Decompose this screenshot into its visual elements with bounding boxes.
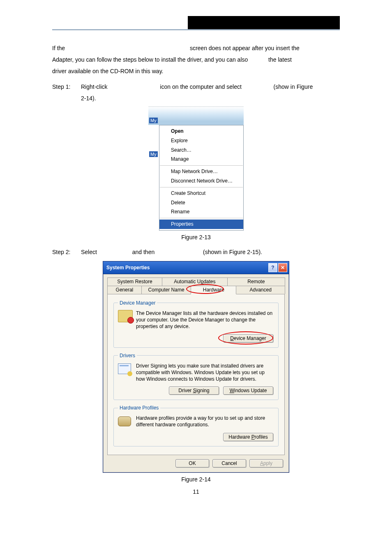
text: 2-14). [81, 95, 96, 102]
tab-automatic-updates[interactable]: Automatic Updates [162, 278, 228, 286]
drivers-group: Drivers Driver Signing lets you make sur… [113, 353, 279, 400]
hardware-profiles-legend: Hardware Profiles [118, 405, 160, 411]
context-menu: Open Explore Search… Manage Map Network … [159, 125, 244, 231]
tab-hardware-label: Hardware [203, 287, 224, 293]
menu-item-explore[interactable]: Explore [159, 136, 243, 146]
text: Right-click [81, 83, 108, 90]
device-manager-text: The Device Manager lists all the hardwar… [136, 310, 273, 330]
text: Select [81, 249, 97, 255]
header-black-box [188, 16, 340, 29]
tab-advanced[interactable]: Advanced [236, 286, 285, 294]
tab-general[interactable]: General [107, 286, 142, 294]
menu-item-delete[interactable]: Delete [159, 198, 243, 208]
device-manager-button[interactable]: Device Manager [223, 334, 273, 342]
dialog-title: System Properties [106, 265, 150, 271]
step-2-text: Select and then (shown in Figure 2-15). [81, 246, 340, 258]
text: Adapter, you can follow the steps below … [52, 56, 248, 63]
device-manager-group: Device Manager The Device Manager lists … [113, 300, 279, 348]
step-2-label: Step 2: [52, 246, 81, 258]
drivers-icon [118, 363, 132, 377]
menu-item-search[interactable]: Search… [159, 146, 243, 155]
tab-system-restore[interactable]: System Restore [107, 278, 162, 286]
menu-item-map-drive[interactable]: Map Network Drive… [159, 167, 243, 176]
text: the latest [268, 56, 292, 63]
device-manager-legend: Device Manager [118, 300, 157, 306]
menu-item-open[interactable]: Open [159, 127, 243, 136]
text: (shown in Figure 2-15). [203, 249, 262, 255]
menu-item-properties[interactable]: Properties [159, 220, 243, 229]
device-manager-icon [118, 310, 132, 324]
step-1-text: Right-click icon on the computer and sel… [81, 81, 340, 104]
driver-signing-button[interactable]: Driver Signing [169, 386, 219, 395]
help-button[interactable]: ? [268, 263, 277, 272]
drivers-legend: Drivers [118, 353, 137, 358]
my-computer-label-1: My [149, 118, 158, 123]
page-number: 11 [52, 488, 340, 495]
text: driver available on the CD-ROM in this w… [52, 68, 164, 74]
text: If the [52, 45, 65, 51]
drivers-text: Driver Signing lets you make sure that i… [136, 363, 273, 383]
menu-item-manage[interactable]: Manage [159, 155, 243, 164]
windows-update-button[interactable]: Windows Update [223, 386, 273, 395]
apply-button[interactable]: Apply [249, 459, 283, 467]
tab-computer-name[interactable]: Computer Name [141, 286, 191, 294]
text: (show in Figure [274, 83, 313, 90]
text: screen does not appear after you insert … [190, 45, 300, 51]
page-header [52, 16, 340, 30]
tab-remote[interactable]: Remote [227, 278, 285, 286]
hardware-profiles-icon [118, 415, 132, 429]
dialog-titlebar: System Properties ? ✕ [103, 261, 289, 274]
hardware-profiles-text: Hardware profiles provide a way for you … [136, 415, 273, 429]
figure-2-14-caption: Figure 2-14 [52, 476, 340, 483]
cancel-button[interactable]: Cancel [212, 459, 246, 467]
system-properties-dialog: System Properties ? ✕ System Restore Aut… [103, 261, 289, 473]
my-computer-label-2: My [149, 151, 158, 157]
figure-2-13-caption: Figure 2-13 [52, 234, 340, 240]
menu-item-create-shortcut[interactable]: Create Shortcut [159, 189, 243, 198]
tab-hardware[interactable]: Hardware [191, 286, 236, 294]
desktop-background [148, 106, 244, 125]
menu-item-disconnect-drive[interactable]: Disconnect Network Drive… [159, 176, 243, 186]
text: icon on the computer and select [160, 83, 241, 90]
hardware-profiles-button[interactable]: Hardware Profiles [223, 433, 273, 441]
hardware-profiles-group: Hardware Profiles Hardware profiles prov… [113, 405, 279, 446]
text: and then [132, 249, 155, 255]
close-button[interactable]: ✕ [278, 263, 287, 272]
context-menu-figure: My My Open Explore Search… Manage Map Ne… [148, 106, 244, 231]
ok-button[interactable]: OK [175, 459, 209, 467]
step-1-label: Step 1: [52, 81, 81, 104]
intro-paragraph: If the screen does not appear after you … [52, 42, 340, 77]
menu-item-rename[interactable]: Rename [159, 207, 243, 217]
